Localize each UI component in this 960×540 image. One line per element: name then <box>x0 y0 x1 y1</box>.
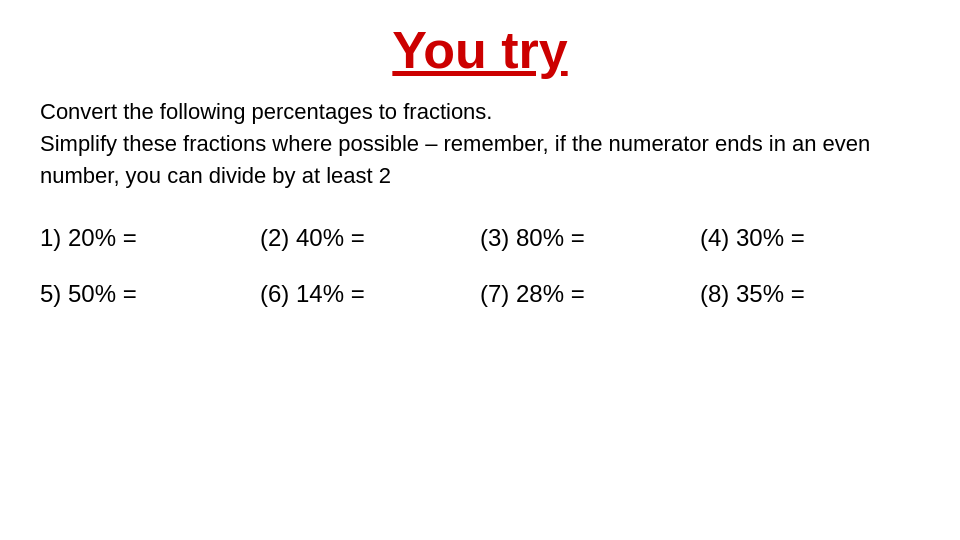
page: You try Convert the following percentage… <box>0 0 960 540</box>
problem-7: (7) 28% = <box>480 280 700 308</box>
problem-row-2: 5) 50% = (6) 14% = (7) 28% = (8) 35% = <box>40 280 920 308</box>
problem-1: 1) 20% = <box>40 224 260 252</box>
problem-row-1: 1) 20% = (2) 40% = (3) 80% = (4) 30% = <box>40 224 920 252</box>
problem-5: 5) 50% = <box>40 280 260 308</box>
problem-4: (4) 30% = <box>700 224 920 252</box>
instructions: Convert the following percentages to fra… <box>40 96 920 192</box>
problem-8: (8) 35% = <box>700 280 920 308</box>
problem-2: (2) 40% = <box>260 224 480 252</box>
problem-3: (3) 80% = <box>480 224 700 252</box>
problem-6: (6) 14% = <box>260 280 480 308</box>
problems-section: 1) 20% = (2) 40% = (3) 80% = (4) 30% = 5… <box>40 224 920 308</box>
page-title: You try <box>40 20 920 80</box>
instruction-line1: Convert the following percentages to fra… <box>40 96 920 128</box>
instruction-line2: Simplify these fractions where possible … <box>40 128 920 192</box>
